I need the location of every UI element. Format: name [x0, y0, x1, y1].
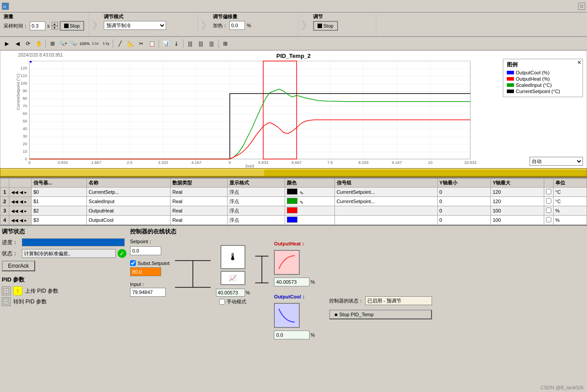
cool-block[interactable] [274, 303, 300, 328]
svg-text:↑: ↑ [5, 289, 7, 293]
middle-value-input[interactable] [216, 289, 245, 297]
svg-text:110: 110 [20, 74, 27, 78]
svg-text:0: 0 [25, 157, 27, 161]
row-1-checkbox[interactable] [546, 189, 551, 194]
toolbar-bar-chart[interactable]: 📊 [161, 39, 171, 49]
adj-offset-title: 调节偏移量 [213, 13, 294, 20]
heat-block[interactable] [274, 250, 300, 275]
chart-svg[interactable]: 0 10 20 30 40 50 60 70 80 90 100 110 120… [16, 59, 506, 168]
adj-mode-select[interactable]: 预调节制冷 预调节加热 自动 [104, 21, 166, 30]
table-header-row: 信号基... 名称 数据类型 显示格式 颜色 信号组 Y轴最小 Y轴最大 单位 [0, 179, 587, 188]
stop-pid-label: Stop PID_Temp [339, 312, 374, 317]
svg-text:9.167: 9.167 [392, 160, 402, 165]
output-cool-pct: % [310, 332, 315, 338]
toolbar-zoom-auto[interactable]: 100% [80, 39, 90, 49]
row-3-num: 3 [0, 206, 9, 216]
title-bar-left: Ai [2, 3, 9, 10]
toolbar-lines-left[interactable]: ||| [185, 39, 195, 49]
row-4-checkbox[interactable] [546, 217, 551, 222]
toolbar-zoom-out[interactable]: 🔍- [69, 39, 79, 49]
legend-label-cool: OutputCool (%) [516, 70, 550, 75]
maximize-button[interactable]: □ [578, 3, 585, 10]
svg-text:10: 10 [23, 149, 27, 154]
timeline-bar[interactable] [0, 168, 587, 177]
toolbar-lines-right[interactable]: ||| [207, 39, 216, 49]
toolbar-measure[interactable]: 📐 [126, 39, 135, 49]
auto-select[interactable]: 自动 [530, 157, 583, 166]
sample-spin-down[interactable]: ▼ [52, 26, 58, 30]
adj-stop-button[interactable]: Stop [313, 21, 338, 31]
row-2-checkbox[interactable] [546, 198, 551, 204]
toolbar-copy[interactable]: 📋 [147, 39, 157, 49]
sample-time-label: 采样时间： [4, 23, 28, 29]
row-3-checkbox[interactable] [546, 208, 551, 213]
title-bar: Ai □ [0, 0, 587, 12]
setpoint-input[interactable] [130, 246, 161, 255]
toolbar-refresh[interactable]: ⟳ [23, 39, 33, 49]
output-cool-value-input[interactable] [274, 331, 310, 339]
status-input[interactable] [22, 249, 116, 258]
pid-block-2[interactable]: 📈 [220, 271, 245, 285]
subst-checkbox[interactable] [130, 260, 136, 266]
row-4-color [285, 216, 334, 225]
measure-stop-button[interactable]: Stop [60, 21, 85, 31]
toolbar-zoom-y[interactable]: 1:1y [101, 39, 111, 49]
subst-value-input[interactable] [130, 267, 161, 276]
adj-title: 调节 [313, 13, 372, 20]
table-row: 2 ◀◀ ◀ ▸ $1 ScaledInput Real 浮点 ✎ Curren… [0, 197, 587, 206]
input-section: Input： [130, 281, 170, 297]
toolbar-cut[interactable]: ✂ [136, 39, 146, 49]
diagram-lines-2 [255, 247, 269, 301]
row-3-ymin: 0 [437, 206, 491, 216]
row-1-dtype: Real [170, 188, 228, 197]
sample-spin-up[interactable]: ▲ [52, 22, 58, 26]
toolbar-lines-center[interactable]: ||| [196, 39, 206, 49]
row-3-format: 浮点 [228, 206, 285, 216]
heat-value-input[interactable] [229, 21, 245, 30]
toolbar-grid[interactable]: ⊞ [220, 39, 230, 49]
stop-pid-button[interactable]: ■ Stop PID_Temp [329, 310, 432, 319]
upload-pid-icon[interactable]: ↑ [2, 286, 11, 295]
input-value-input[interactable] [130, 288, 166, 297]
legend-close-button[interactable]: ✕ [577, 60, 581, 65]
status-label: 状态： [2, 250, 22, 257]
diagram-svg-2 [255, 247, 269, 301]
row-3-signal: $2 [32, 206, 87, 216]
svg-text:8.333: 8.333 [359, 160, 369, 165]
toolbar-zoom-x[interactable]: 1:1x [90, 39, 100, 49]
ctrl-status-input[interactable] [365, 296, 432, 305]
row-2-color: ✎ [285, 197, 334, 206]
toolbar-hand[interactable]: ✋ [34, 39, 44, 49]
row-2-check [544, 197, 553, 206]
sample-time-input[interactable] [30, 21, 45, 30]
controller-panel: 控制器的在线状态 Setpoint： Subst.Setpoint Input： [130, 228, 585, 352]
goto-pid-icon[interactable]: ↗ [2, 297, 11, 306]
toolbar-play[interactable]: ▶ [2, 39, 12, 49]
th-unit: 单位 [553, 179, 587, 188]
heat-unit-label: % [247, 23, 251, 28]
row-1-ymax: 120 [491, 188, 544, 197]
manual-mode-checkbox[interactable] [219, 299, 225, 305]
output-heat-value-input[interactable] [274, 278, 310, 286]
warn-icon: ! [13, 286, 22, 295]
row-4-ymin: 0 [437, 216, 491, 225]
graph-icon: 📈 [229, 274, 236, 282]
toolbar-zoom-region[interactable]: ⊞ [48, 39, 57, 49]
row-1-color: ✎ [285, 188, 334, 197]
svg-text:CurrentSetpoint (°C): CurrentSetpoint (°C) [16, 74, 20, 110]
toolbar-cursor[interactable]: ╱ [115, 39, 125, 49]
svg-text:0.833: 0.833 [58, 160, 68, 165]
toolbar-zoom-in[interactable]: 🔍+ [58, 39, 68, 49]
chart-legend: ✕ 图例 OutputCool (%) OutputHeat (%) Scale… [503, 59, 583, 97]
status-row: 状态： ✓ [2, 249, 126, 258]
diagram-svg [175, 247, 211, 301]
error-ack-button[interactable]: ErrorAck [2, 261, 35, 271]
color-swatch-4 [287, 216, 298, 223]
upload-pid-label: 上传 PID 参数 [25, 287, 58, 295]
pid-block[interactable]: 🌡 [220, 245, 245, 269]
sep-5 [218, 39, 219, 48]
toolbar-back[interactable]: ◀ [12, 39, 22, 49]
toolbar-export[interactable]: ⤓ [171, 39, 181, 49]
output-heat-label: OutputHeat： [274, 241, 315, 247]
setpoint-col: Setpoint： Subst.Setpoint Input： [130, 238, 170, 297]
